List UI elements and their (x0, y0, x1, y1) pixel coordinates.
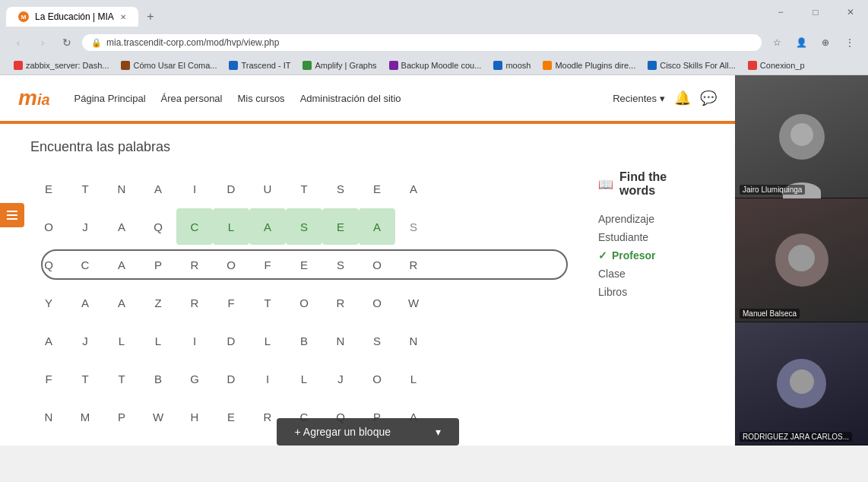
maximize-button[interactable]: □ (798, 0, 833, 24)
word-item-libros[interactable]: Libros (598, 283, 705, 301)
recientes-button[interactable]: Recientes ▾ (613, 93, 665, 104)
bookmark-backup[interactable]: Backup Moodle cou... (385, 59, 486, 71)
cell-1-6[interactable]: A (249, 208, 286, 245)
cell-3-0[interactable]: Y (30, 284, 67, 321)
cell-4-8[interactable]: N (322, 322, 359, 359)
cell-4-10[interactable]: N (395, 322, 432, 359)
cell-2-0[interactable]: Q (30, 246, 67, 283)
cell-4-9[interactable]: S (359, 322, 395, 359)
extension-icon[interactable]: ⊕ (816, 33, 835, 52)
bookmark-amplify[interactable]: Amplify | Graphs (298, 59, 381, 71)
cell-6-2[interactable]: P (103, 398, 140, 435)
active-tab[interactable]: M La Educación | MIA ✕ (6, 7, 138, 27)
bookmark-trascend[interactable]: Trascend - IT (224, 59, 295, 71)
cell-6-5[interactable]: E (213, 398, 249, 435)
cell-1-0[interactable]: O (30, 208, 67, 245)
cell-4-1[interactable]: J (67, 322, 103, 359)
cell-6-4[interactable]: H (176, 398, 213, 435)
cell-3-9[interactable]: O (359, 284, 395, 321)
bookmark-moodle-plugins[interactable]: Moodle Plugins dire... (538, 59, 640, 71)
word-item-profesor[interactable]: Profesor (598, 246, 705, 265)
cell-1-3[interactable]: Q (140, 208, 176, 245)
back-button[interactable]: ‹ (9, 33, 27, 52)
cell-5-10[interactable]: L (395, 360, 432, 397)
cell-0-8[interactable]: S (322, 170, 359, 207)
nav-administracion[interactable]: Administración del sitio (300, 93, 401, 104)
cell-0-2[interactable]: N (103, 170, 140, 207)
cell-5-9[interactable]: O (359, 360, 395, 397)
cell-2-6[interactable]: F (249, 246, 286, 283)
cell-2-10[interactable]: R (395, 246, 432, 283)
refresh-button[interactable]: ↻ (58, 33, 76, 52)
cell-0-0[interactable]: E (30, 170, 67, 207)
cell-4-2[interactable]: L (103, 322, 140, 359)
minimize-button[interactable]: − (763, 0, 798, 24)
nav-pagina-principal[interactable]: Página Principal (74, 93, 146, 104)
bookmark-como-usar[interactable]: Cómo Usar El Coma... (116, 59, 221, 71)
cell-2-4[interactable]: R (176, 246, 213, 283)
cell-6-1[interactable]: M (67, 398, 103, 435)
cell-5-7[interactable]: L (286, 360, 322, 397)
cell-2-2[interactable]: A (103, 246, 140, 283)
cell-3-6[interactable]: T (249, 284, 286, 321)
cell-0-6[interactable]: U (249, 170, 286, 207)
word-item-clase[interactable]: Clase (598, 265, 705, 283)
bookmark-moosh[interactable]: moosh (489, 59, 535, 71)
cell-3-10[interactable]: W (395, 284, 432, 321)
cell-1-7[interactable]: S (286, 208, 322, 245)
forward-button[interactable]: › (33, 33, 52, 52)
nav-area-personal[interactable]: Área personal (161, 93, 223, 104)
cell-4-0[interactable]: A (30, 322, 67, 359)
add-block-button[interactable]: + Agregar un bloque ▾ (277, 418, 459, 446)
cell-0-3[interactable]: A (140, 170, 176, 207)
cell-5-5[interactable]: D (213, 360, 249, 397)
cell-4-4[interactable]: I (176, 322, 213, 359)
cell-2-5[interactable]: O (213, 246, 249, 283)
profile-icon[interactable]: 👤 (792, 33, 810, 52)
cell-3-3[interactable]: Z (140, 284, 176, 321)
bookmark-icon[interactable]: ☆ (768, 33, 786, 52)
cell-5-6[interactable]: I (249, 360, 286, 397)
cell-4-3[interactable]: L (140, 322, 176, 359)
menu-icon[interactable]: ⋮ (841, 33, 859, 52)
sidebar-toggle-button[interactable] (0, 203, 24, 227)
cell-3-1[interactable]: A (67, 284, 103, 321)
cell-4-6[interactable]: L (249, 322, 286, 359)
cell-2-3[interactable]: P (140, 246, 176, 283)
cell-1-2[interactable]: A (103, 208, 140, 245)
cell-3-7[interactable]: O (286, 284, 322, 321)
cell-2-7[interactable]: E (286, 246, 322, 283)
cell-0-4[interactable]: I (176, 170, 213, 207)
word-item-estudiante[interactable]: Estudiante (598, 228, 705, 246)
new-tab-button[interactable]: + (141, 8, 160, 26)
cell-0-10[interactable]: A (395, 170, 432, 207)
nav-mis-cursos[interactable]: Mis cursos (238, 93, 285, 104)
cell-1-4[interactable]: C (176, 208, 213, 245)
cell-0-1[interactable]: T (67, 170, 103, 207)
cell-3-8[interactable]: R (322, 284, 359, 321)
cell-2-1[interactable]: C (67, 246, 103, 283)
cell-1-9[interactable]: A (359, 208, 395, 245)
cell-1-1[interactable]: J (67, 208, 103, 245)
cell-3-5[interactable]: F (213, 284, 249, 321)
cell-5-8[interactable]: J (322, 360, 359, 397)
cell-4-7[interactable]: B (286, 322, 322, 359)
cell-1-5[interactable]: L (213, 208, 249, 245)
cell-0-9[interactable]: E (359, 170, 395, 207)
notifications-icon[interactable]: 🔔 (674, 90, 691, 106)
address-bar[interactable]: 🔒 mia.trascendit-corp.com/mod/hvp/view.p… (82, 34, 762, 51)
cell-5-2[interactable]: T (103, 360, 140, 397)
cell-0-7[interactable]: T (286, 170, 322, 207)
close-button[interactable]: ✕ (833, 0, 868, 24)
cell-3-4[interactable]: R (176, 284, 213, 321)
cell-1-10[interactable]: S (395, 208, 432, 245)
cell-2-9[interactable]: O (359, 246, 395, 283)
cell-3-2[interactable]: A (103, 284, 140, 321)
cell-1-8[interactable]: E (322, 208, 359, 245)
cell-5-0[interactable]: F (30, 360, 67, 397)
cell-4-5[interactable]: D (213, 322, 249, 359)
bookmark-cisco[interactable]: Cisco Skills For All... (643, 59, 740, 71)
bookmark-zabbix[interactable]: zabbix_server: Dash... (9, 59, 113, 71)
word-item-aprendizaje[interactable]: Aprendizaje (598, 210, 705, 228)
cell-6-0[interactable]: N (30, 398, 67, 435)
